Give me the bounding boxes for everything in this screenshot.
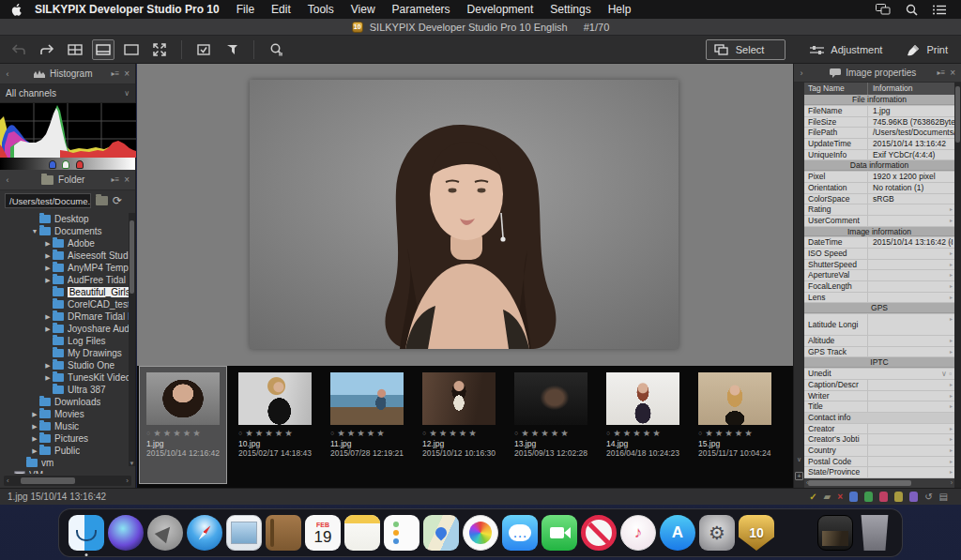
properties-row[interactable]: Lens (804, 293, 954, 304)
mark-button[interactable]: ✓ (809, 492, 816, 503)
properties-row[interactable]: ISO Speed (804, 249, 954, 260)
tree-expand-arrow[interactable]: ▶ (43, 252, 53, 260)
folder-tree-item[interactable]: ▶ Movies (0, 408, 135, 420)
tree-expand-arrow[interactable]: ▶ (43, 277, 53, 284)
menu-item[interactable]: Edit (271, 3, 291, 16)
rating-clear-icon[interactable]: ○ (238, 430, 242, 436)
properties-row[interactable]: UserComment (804, 216, 954, 227)
dock-item[interactable]: A (660, 515, 695, 551)
rating-clear-icon[interactable]: ○ (330, 430, 334, 436)
dock-item[interactable] (857, 515, 892, 551)
properties-row[interactable]: ShutterSpeed (804, 260, 954, 271)
properties-row[interactable]: Creator's Jobti (804, 434, 954, 446)
rating-row[interactable]: ○ ★★★★★ (238, 428, 318, 438)
rating-row[interactable]: ○ ★★★★★ (698, 428, 778, 438)
folder-tree-item[interactable]: ▼ Documents (0, 225, 135, 237)
spotlight-search-icon[interactable] (906, 4, 918, 16)
scroll-down-icon[interactable]: ∨ (794, 456, 804, 463)
filmstrip-item[interactable]: ○ ★★★★★ 15.jpg 2015/11/17 10:04:24 (691, 366, 779, 484)
channel-selector[interactable]: All channels∨ (0, 84, 135, 103)
mark-button[interactable]: ▰ (824, 492, 831, 503)
dock-item[interactable] (344, 515, 380, 551)
menu-item[interactable]: Development (467, 3, 534, 16)
properties-row[interactable]: Latitude Longi (804, 314, 954, 336)
properties-row[interactable]: FilePath /Users/test/Documents/Be (804, 128, 954, 139)
properties-row[interactable]: Title (804, 401, 954, 413)
rating-clear-icon[interactable]: ○ (422, 430, 426, 436)
tree-expand-arrow[interactable]: ▶ (30, 423, 39, 431)
rating-row[interactable]: ○ ★★★★★ (146, 428, 226, 438)
folder-tree-item[interactable]: ▶ Public (0, 445, 135, 457)
properties-row[interactable]: UniqueInfo Exif YCbCr(4:4:4) (804, 150, 954, 161)
properties-row[interactable]: Caption/Descr (804, 380, 954, 391)
folder-tree-item[interactable]: My Drawings (0, 347, 135, 359)
filmstrip-item[interactable]: ○ ★★★★★ 14.jpg 2016/04/18 10:24:23 (599, 366, 687, 484)
add-entry-icon[interactable]: + (795, 472, 803, 480)
menu-item[interactable]: File (236, 3, 254, 16)
folder-tree-item[interactable]: ▶ Studio One (0, 359, 135, 371)
properties-row[interactable]: UpdateTime 2015/10/14 13:16:42 (804, 139, 954, 150)
filmstrip-item[interactable]: ○ ★★★★★ 10.jpg 2015/02/17 14:18:43 (231, 366, 319, 484)
filmstrip-item[interactable]: ○ ★★★★★ 11.jpg 2015/07/28 12:19:21 (323, 366, 411, 484)
fullscreen-button[interactable] (148, 39, 171, 60)
menu-item[interactable]: Parameters (392, 3, 450, 16)
menu-item[interactable]: Help (608, 3, 632, 16)
properties-vertical-scrollbar[interactable] (954, 83, 961, 488)
thumbnail-image[interactable] (238, 372, 312, 425)
thumbnail-image[interactable] (514, 372, 587, 425)
properties-row[interactable]: File information (804, 95, 954, 106)
folder-tree-item[interactable]: ▶ AudFree Tidal M (0, 274, 135, 286)
folder-tree-item[interactable]: ▶ DRmare Tidal M (0, 310, 135, 323)
properties-left-scroll-strip[interactable]: ∨ + (794, 83, 804, 488)
thumbnail-image[interactable] (606, 372, 679, 425)
folder-tree-item[interactable]: CorelCAD_test_ (0, 298, 135, 310)
marker-tool-button[interactable] (221, 39, 243, 60)
properties-row[interactable]: FileName 1.jpg (804, 106, 954, 117)
tree-vertical-scrollbar[interactable]: ▼ (129, 213, 135, 466)
panel-close-icon[interactable]: × (950, 68, 955, 78)
properties-row[interactable]: Country (804, 446, 954, 457)
undo-button[interactable] (8, 39, 30, 60)
properties-row[interactable]: Creator (804, 424, 954, 435)
tree-expand-arrow[interactable]: ▶ (43, 265, 53, 272)
tree-expand-arrow[interactable]: ▶ (43, 313, 53, 321)
rating-clear-icon[interactable]: ○ (606, 430, 610, 436)
refresh-icon[interactable]: ⟳ (113, 194, 122, 207)
folder-tree-item[interactable]: VM (0, 469, 135, 474)
dock-item[interactable] (542, 515, 577, 551)
filmstrip-item[interactable]: ○ ★★★★★ 13.jpg 2015/09/13 12:02:28 (507, 366, 595, 484)
properties-row[interactable]: IPTC (804, 357, 954, 369)
properties-row[interactable]: ColorSpace sRGB (804, 194, 954, 205)
tree-expand-arrow[interactable]: ▶ (30, 447, 39, 455)
thumbnail-image[interactable] (146, 372, 220, 425)
apple-logo-icon[interactable] (11, 4, 22, 16)
combination-view-button[interactable] (92, 39, 114, 60)
properties-row[interactable]: Image information (804, 227, 954, 238)
thumbnail-image[interactable] (698, 372, 771, 425)
menu-list-icon[interactable] (933, 5, 946, 15)
collapse-panel-icon[interactable]: ‹ (0, 69, 15, 79)
mark-button[interactable]: × (837, 492, 843, 503)
rating-stars[interactable]: ★★★★★ (429, 428, 479, 438)
properties-row[interactable]: Unedit (804, 369, 954, 380)
folder-tree-item[interactable]: Downloads (0, 396, 135, 408)
folder-tree-item[interactable]: ▶ Adobe (0, 237, 135, 250)
tree-expand-arrow[interactable]: ▶ (43, 240, 53, 248)
properties-row[interactable]: Postal Code (804, 457, 954, 468)
rating-stars[interactable]: ★★★★★ (613, 428, 663, 438)
properties-row[interactable]: Orientation No rotation (1) (804, 183, 954, 194)
dock-item[interactable] (69, 515, 104, 551)
folder-tree-item[interactable]: Log Files (0, 335, 135, 347)
folder-tree-item[interactable]: Desktop (0, 213, 135, 225)
folder-tree-item[interactable]: Ultra 387 (0, 384, 135, 396)
panel-menu-icon[interactable]: ▸≡ (937, 68, 945, 77)
properties-row[interactable]: GPS (804, 303, 954, 314)
properties-row[interactable]: Rating (804, 204, 954, 216)
folder-tree-item[interactable]: ▶ TunesKit Video (0, 371, 135, 384)
properties-row[interactable]: FocalLength (804, 281, 954, 293)
properties-row[interactable]: State/Province (804, 467, 954, 478)
collapse-panel-icon[interactable]: ‹ (0, 175, 15, 185)
adjustment-mode-button[interactable]: Adjustment (810, 44, 882, 55)
menu-item[interactable]: Settings (550, 3, 590, 16)
properties-horizontal-scrollbar[interactable]: ‹› (804, 478, 954, 488)
